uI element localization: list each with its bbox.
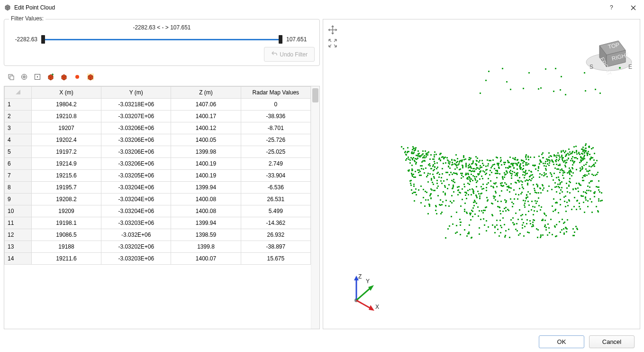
cell-radar[interactable]: 2.749 [241,158,310,170]
cell-radar[interactable]: -8.701 [241,122,310,134]
cell-radar[interactable]: 26.531 [241,194,310,205]
cell-z[interactable]: 1399.94 [171,217,241,229]
cell-z[interactable]: 1400.19 [171,158,241,170]
point-tool-button[interactable] [71,71,83,83]
col-header-radar[interactable]: Radar Map Values [241,87,310,99]
undo-filter-button[interactable]: Undo Filter [264,47,315,62]
help-button[interactable]: ? [600,0,622,15]
table-row[interactable]: 319207-3.03206E+061400.12-8.701 [5,122,311,134]
cell-y[interactable]: -3.03206E+06 [101,158,171,170]
cell-x[interactable]: 19207 [31,122,101,134]
cell-radar[interactable]: -38.897 [241,241,310,253]
cell-y[interactable]: -3.032E+06 [101,229,171,241]
cell-radar[interactable]: -6.536 [241,182,310,194]
cell-radar[interactable]: 0 [241,99,310,111]
cell-y[interactable]: -3.03203E+06 [101,217,171,229]
cube-tool-button[interactable] [58,71,70,83]
table-row[interactable]: 1219086.5-3.032E+061398.5926.932 [5,229,311,241]
row-number[interactable]: 6 [5,158,32,170]
cell-y[interactable]: -3.03206E+06 [101,146,171,158]
add-cube-tool-button[interactable] [45,71,57,83]
cell-radar[interactable]: 26.932 [241,229,310,241]
table-row[interactable]: 819195.7-3.03204E+061399.94-6.536 [5,182,311,194]
cell-radar[interactable]: -14.362 [241,217,310,229]
row-number[interactable]: 4 [5,134,32,146]
expand-tool-icon[interactable] [327,37,338,49]
row-number[interactable]: 12 [5,229,32,241]
cell-radar[interactable]: -38.936 [241,111,310,122]
cell-z[interactable]: 1398.59 [171,229,241,241]
row-number[interactable]: 10 [5,205,32,217]
cell-radar[interactable]: -33.904 [241,170,310,182]
table-row[interactable]: 119804.2-3.03218E+061407.060 [5,99,311,111]
cell-x[interactable]: 19198.1 [31,217,101,229]
cell-x[interactable]: 19195.7 [31,182,101,194]
cell-y[interactable]: -3.03218E+06 [101,99,171,111]
cell-z[interactable]: 1400.08 [171,205,241,217]
cell-y[interactable]: -3.03203E+06 [101,253,171,265]
cell-x[interactable]: 19202.4 [31,134,101,146]
row-number[interactable]: 5 [5,146,32,158]
close-button[interactable] [622,0,644,15]
table-row[interactable]: 1119198.1-3.03203E+061399.94-14.362 [5,217,311,229]
cell-x[interactable]: 19211.6 [31,253,101,265]
row-number[interactable]: 13 [5,241,32,253]
view-cube[interactable]: S E TOP FRONT RIGHT [583,24,635,76]
table-row[interactable]: 219210.8-3.03207E+061400.17-38.936 [5,111,311,122]
cell-x[interactable]: 19209 [31,205,101,217]
highlight-cube-tool-button[interactable] [84,71,97,83]
cell-y[interactable]: -3.03204E+06 [101,205,171,217]
cell-x[interactable]: 19197.2 [31,146,101,158]
col-header-y[interactable]: Y (m) [101,87,171,99]
cell-z[interactable]: 1400.05 [171,134,241,146]
cell-radar[interactable]: -25.025 [241,146,310,158]
row-number[interactable]: 3 [5,122,32,134]
cell-y[interactable]: -3.03207E+06 [101,111,171,122]
cell-y[interactable]: -3.03204E+06 [101,182,171,194]
cell-x[interactable]: 19804.2 [31,99,101,111]
cell-z[interactable]: 1399.98 [171,146,241,158]
cell-z[interactable]: 1400.12 [171,122,241,134]
table-scrollbar[interactable] [311,86,319,329]
table-row[interactable]: 919208.2-3.03204E+061400.0826.531 [5,194,311,205]
cell-z[interactable]: 1407.06 [171,99,241,111]
cell-y[interactable]: -3.03202E+06 [101,241,171,253]
row-number[interactable]: 1 [5,99,32,111]
cell-y[interactable]: -3.03206E+06 [101,134,171,146]
table-row[interactable]: 1319188-3.03202E+061399.8-38.897 [5,241,311,253]
cell-x[interactable]: 19086.5 [31,229,101,241]
cell-y[interactable]: -3.03206E+06 [101,122,171,134]
ok-button[interactable]: OK [539,335,584,348]
cell-x[interactable]: 19188 [31,241,101,253]
target-tool-button[interactable] [18,71,30,83]
filter-slider[interactable] [41,35,282,44]
row-number[interactable]: 14 [5,253,32,265]
viewer-3d[interactable]: S E TOP FRONT RIGHT Z [323,19,640,329]
copy-tool-button[interactable] [5,71,17,83]
cell-x[interactable]: 19210.8 [31,111,101,122]
cell-radar[interactable]: 15.675 [241,253,310,265]
pan-tool-icon[interactable] [327,24,338,36]
table-row[interactable]: 519197.2-3.03206E+061399.98-25.025 [5,146,311,158]
cell-z[interactable]: 1400.17 [171,111,241,122]
cell-z[interactable]: 1400.19 [171,170,241,182]
table-row[interactable]: 419202.4-3.03206E+061400.05-25.726 [5,134,311,146]
row-number[interactable]: 9 [5,194,32,205]
cancel-button[interactable]: Cancel [589,335,635,348]
cell-z[interactable]: 1400.08 [171,194,241,205]
cell-z[interactable]: 1400.07 [171,253,241,265]
cell-x[interactable]: 19215.6 [31,170,101,182]
cell-z[interactable]: 1399.8 [171,241,241,253]
cell-x[interactable]: 19214.9 [31,158,101,170]
table-corner[interactable] [5,87,32,99]
table-row[interactable]: 1019209-3.03204E+061400.085.499 [5,205,311,217]
row-number[interactable]: 8 [5,182,32,194]
cell-z[interactable]: 1399.94 [171,182,241,194]
frame-tool-button[interactable] [31,71,44,83]
col-header-x[interactable]: X (m) [31,87,101,99]
cell-x[interactable]: 19208.2 [31,194,101,205]
col-header-z[interactable]: Z (m) [171,87,241,99]
cell-y[interactable]: -3.03204E+06 [101,194,171,205]
row-number[interactable]: 2 [5,111,32,122]
row-number[interactable]: 7 [5,170,32,182]
